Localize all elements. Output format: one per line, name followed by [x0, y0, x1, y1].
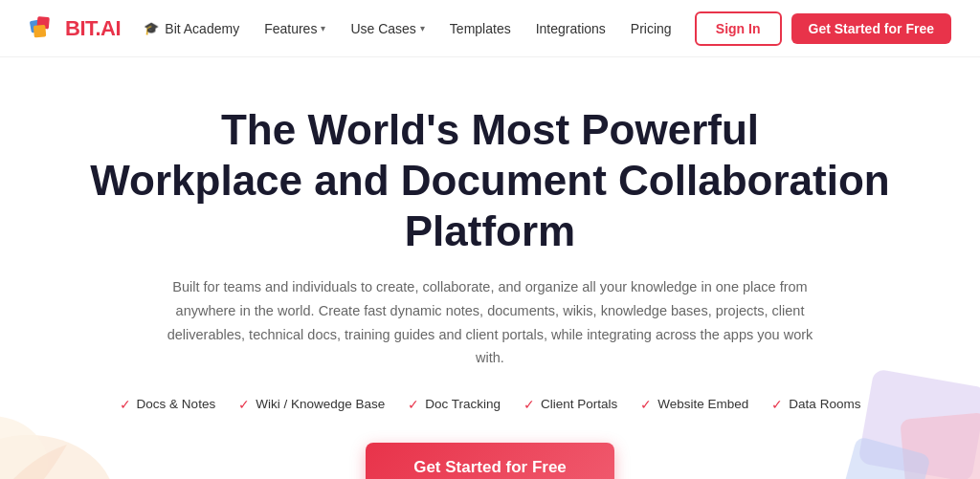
feature-website-embed: ✓ Website Embed	[640, 397, 748, 412]
nav-use-cases[interactable]: Use Cases ▾	[341, 15, 434, 42]
feature-label-website-embed: Website Embed	[657, 397, 748, 411]
get-started-nav-button[interactable]: Get Started for Free	[791, 13, 951, 44]
deco-right-shape	[808, 368, 980, 479]
check-icon-wiki: ✓	[238, 397, 250, 412]
deco-left-shape	[0, 368, 144, 479]
feature-label-wiki: Wiki / Knowedge Base	[256, 397, 385, 411]
logo[interactable]: BIT.AI	[29, 13, 121, 44]
feature-label-doc-tracking: Doc Tracking	[425, 397, 501, 411]
check-icon-doc-tracking: ✓	[408, 397, 419, 412]
nav-links: 🎓 Bit Academy Features ▾ Use Cases ▾ Tem…	[134, 15, 680, 42]
use-cases-chevron-icon: ▾	[420, 23, 425, 33]
feature-wiki: ✓ Wiki / Knowedge Base	[238, 397, 385, 412]
nav-templates[interactable]: Templates	[440, 15, 521, 42]
get-started-hero-button[interactable]: Get Started for Free	[366, 443, 614, 479]
feature-doc-tracking: ✓ Doc Tracking	[408, 397, 501, 412]
svg-rect-2	[33, 24, 46, 36]
hero-headline: The World's Most Powerful Workplace and …	[19, 105, 961, 256]
nav-academy[interactable]: 🎓 Bit Academy	[134, 15, 249, 42]
features-chevron-icon: ▾	[321, 23, 325, 33]
signin-button[interactable]: Sign In	[695, 11, 782, 46]
feature-client-portals: ✓ Client Portals	[523, 397, 617, 412]
navbar: BIT.AI 🎓 Bit Academy Features ▾ Use Case…	[0, 0, 980, 57]
nav-pricing[interactable]: Pricing	[621, 15, 681, 42]
nav-actions: Sign In Get Started for Free	[695, 11, 951, 46]
feature-label-docs: Docs & Notes	[137, 397, 216, 411]
check-icon-website-embed: ✓	[640, 397, 652, 412]
hero-subtext: Built for teams and individuals to creat…	[165, 275, 815, 370]
logo-text: BIT.AI	[65, 16, 121, 41]
nav-features[interactable]: Features ▾	[255, 15, 335, 42]
nav-integrations[interactable]: Integrations	[526, 15, 615, 42]
logo-icon	[29, 13, 59, 44]
academy-icon: 🎓	[144, 21, 159, 35]
hero-section: The World's Most Powerful Workplace and …	[0, 57, 980, 479]
check-icon-data-rooms: ✓	[771, 397, 783, 412]
check-icon-client-portals: ✓	[523, 397, 535, 412]
feature-label-client-portals: Client Portals	[541, 397, 617, 411]
